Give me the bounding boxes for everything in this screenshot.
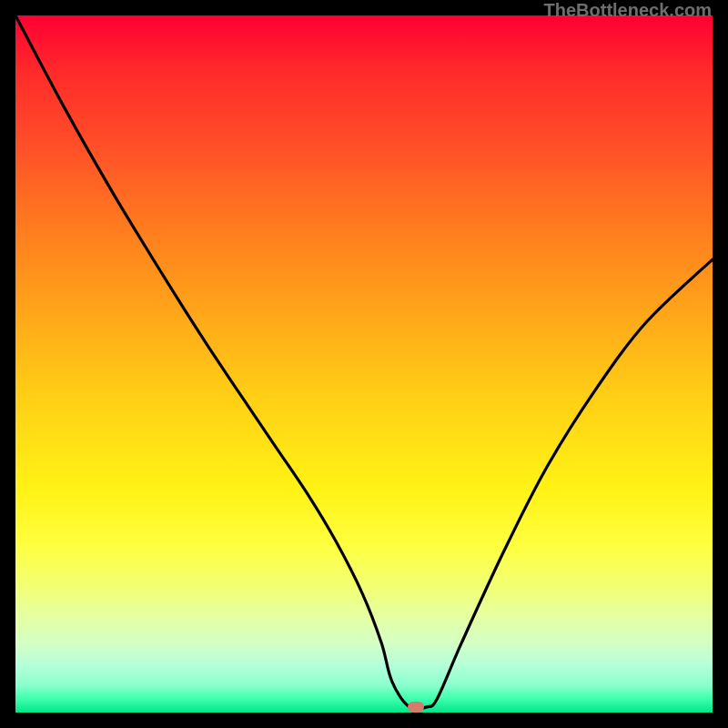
optimal-point-marker [408,702,424,713]
plot-background-gradient [15,15,713,713]
chart-frame: TheBottleneck.com [0,0,728,728]
watermark-text: TheBottleneck.com [544,0,712,21]
